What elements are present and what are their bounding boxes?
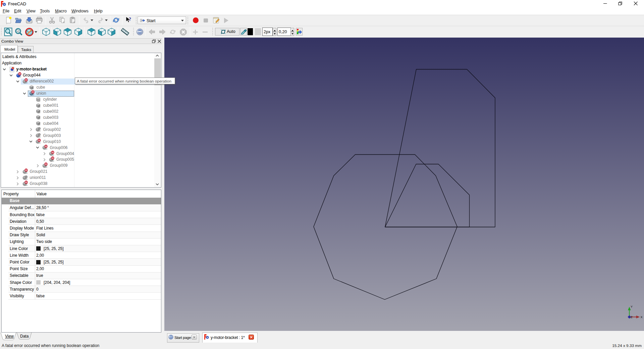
svg-text:Y: Y <box>631 305 633 308</box>
svg-text:View: View <box>5 334 14 339</box>
svg-text:Z: Z <box>631 315 633 318</box>
svg-text:Data: Data <box>20 334 29 339</box>
svg-text:X: X <box>641 315 643 319</box>
svg-text:?: ? <box>129 17 131 22</box>
